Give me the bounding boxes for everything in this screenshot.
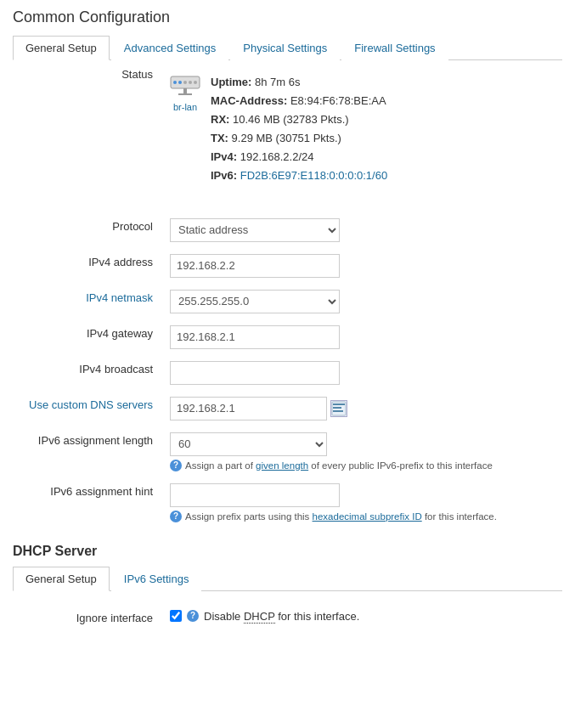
svg-rect-10 [333,407,341,409]
status-label: Status [13,60,161,199]
uptime-label: Uptime: [211,76,251,88]
dns-input[interactable] [170,397,327,420]
ipv6-hint-hint: ? Assign prefix parts using this hexadec… [170,511,535,522]
dhcp-tabs: General Setup IPv6 Settings [13,566,562,591]
svg-rect-6 [183,88,187,93]
tab-physical-settings[interactable]: Physical Settings [230,36,340,60]
page-title: Common Configuration [13,8,562,26]
ipv6-length-hint-text: Assign a part of given length of every p… [185,460,493,471]
tx-value: 9.29 MB (30751 Pkts.) [232,132,341,144]
ipv4-netmask-select[interactable]: 255.255.255.0 255.255.0.0 255.0.0.0 [170,290,340,313]
svg-point-5 [194,81,197,84]
dhcp-form-table: Ignore interface ? Disable DHCP for this… [13,604,562,630]
ipv6-hint-cell: ? Assign prefix parts using this hexadec… [161,477,562,528]
ipv6-hint-label: IPv6 assignment hint [13,477,161,528]
svg-point-2 [178,81,182,84]
ignore-checkbox-row: ? Disable DHCP for this interface. [170,610,554,623]
dns-label: Use custom DNS servers [13,391,161,426]
tab-dhcp-general-setup[interactable]: General Setup [13,567,110,591]
ipv4-broadcast-label: IPv4 broadcast [13,355,161,391]
general-setup-content: Status [13,60,562,528]
ipv4-gateway-label: IPv4 gateway [13,319,161,355]
ipv4-address-label: IPv4 address [13,248,161,284]
mac-label: MAC-Address: [211,94,287,107]
status-content: br-lan Uptime: 8h 7m 6s MAC-Address: E8:… [161,60,562,199]
ipv6-length-label: IPv6 assignment length [13,426,161,477]
hint-link-hex[interactable]: hexadecimal subprefix ID [313,511,422,522]
dhcp-underline: DHCP [244,610,275,624]
info-icon-hint: ? [170,511,182,522]
common-config-tabs: General Setup Advanced Settings Physical… [13,35,562,60]
dns-row [170,397,554,420]
ipv4-address-input[interactable] [170,254,340,278]
ipv6-length-hint: ? Assign a part of given length of every… [170,460,535,471]
ipv4-gateway-cell [161,319,562,355]
tab-firewall-settings[interactable]: Firewall Settings [341,36,448,60]
ipv6-length-select[interactable]: 60 64 48 [170,432,327,456]
ipv4-label: IPv4: [211,150,237,163]
tab-dhcp-ipv6-settings[interactable]: IPv6 Settings [111,567,202,591]
dhcp-general-content: Ignore interface ? Disable DHCP for this… [13,604,562,630]
svg-rect-7 [178,93,192,95]
info-icon-length: ? [170,460,182,471]
ignore-interface-label: Ignore interface [13,604,161,630]
ipv6-value: FD2B:6E97:E118:0:0:0:0:1/60 [240,169,387,182]
tx-label: TX: [211,132,228,144]
ipv4-netmask-cell: 255.255.255.0 255.255.0.0 255.0.0.0 [161,284,562,319]
status-icon-block: br-lan [170,73,200,112]
ignore-interface-checkbox[interactable] [170,610,182,622]
protocol-cell: Static address DHCP client Unmanaged [161,212,562,248]
tab-general-setup[interactable]: General Setup [13,36,110,60]
ipv4-address-cell [161,248,562,284]
ipv6-length-cell: 60 64 48 ? Assign a part of given length… [161,426,562,477]
svg-point-4 [189,81,192,84]
protocol-label: Protocol [13,212,161,248]
status-table: Status [13,60,562,528]
svg-rect-11 [333,410,343,412]
rx-value: 10.46 MB (32783 Pkts.) [233,113,349,126]
network-icon [170,73,200,100]
uptime-value: 8h 7m 6s [255,76,300,88]
ignore-interface-cell: ? Disable DHCP for this interface. [161,604,562,630]
ipv4-value: 192.168.2.2/24 [240,150,314,163]
dns-cell [161,391,562,426]
dhcp-server-title: DHCP Server [13,544,562,559]
disable-dhcp-text: Disable DHCP for this interface. [204,610,359,623]
hint-link-length[interactable]: given length [256,460,308,471]
ipv6-hint-hint-text: Assign prefix parts using this hexadecim… [185,511,497,522]
svg-point-3 [183,81,187,84]
ipv6-label: IPv6: [211,169,237,182]
info-icon-ignore: ? [187,610,199,622]
ipv4-netmask-label: IPv4 netmask [13,284,161,319]
protocol-select[interactable]: Static address DHCP client Unmanaged [170,218,340,242]
ipv4-broadcast-input[interactable] [170,361,340,385]
ipv4-broadcast-cell [161,355,562,391]
rx-label: RX: [211,113,229,126]
mac-value: E8:94:F6:78:BE:AA [290,94,386,107]
ipv6-length-wrap: 60 64 48 [170,432,554,456]
dns-add-icon[interactable] [330,400,347,417]
status-info: Uptime: 8h 7m 6s MAC-Address: E8:94:F6:7… [211,73,387,186]
svg-rect-9 [333,404,345,405]
ipv4-gateway-input[interactable] [170,325,340,349]
svg-point-1 [173,81,177,84]
tab-advanced-settings[interactable]: Advanced Settings [111,36,228,60]
br-lan-label: br-lan [173,102,197,112]
ipv6-hint-input[interactable] [170,483,340,507]
